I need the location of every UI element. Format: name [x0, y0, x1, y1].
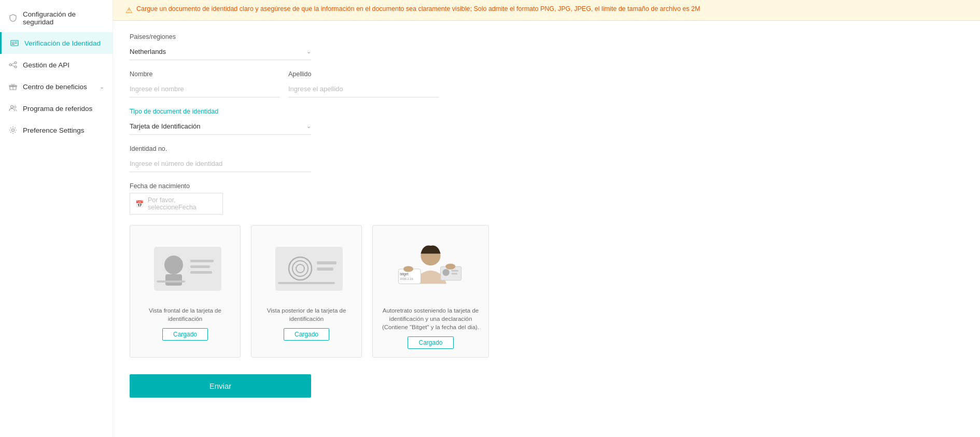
upload-cards: Vista frontal de la tarjeta de identific… — [130, 225, 439, 358]
name-row: Nombre Apellido — [130, 71, 439, 108]
warning-text: Cargue un documento de identidad claro y… — [136, 5, 700, 12]
upload-selfie-button[interactable]: Cargado — [408, 336, 453, 349]
svg-line-9 — [11, 65, 15, 67]
svg-rect-17 — [165, 274, 182, 286]
svg-rect-26 — [317, 261, 337, 264]
svg-rect-15 — [154, 247, 221, 291]
id-number-group: Identidad no. — [130, 145, 439, 172]
sidebar: Configuración de seguridad Verificación … — [0, 0, 113, 437]
main-content: ⚠ Cargue un documento de identidad claro… — [113, 0, 980, 437]
chevron-down-icon: ⌄ — [306, 123, 311, 130]
users-icon — [8, 104, 18, 113]
upload-card-front: Vista frontal de la tarjeta de identific… — [130, 225, 241, 358]
upload-card-back: Vista posterior de la tarjeta de identif… — [251, 225, 362, 358]
selfie-illustration: bitget 2020.2.23 — [381, 234, 480, 301]
api-icon — [8, 60, 18, 69]
selfie-caption: Autoretrato sosteniendo la tarjeta de id… — [381, 306, 480, 331]
country-group: Paises/regiones Netherlands ⌄ — [130, 33, 439, 60]
first-name-input[interactable] — [130, 81, 280, 97]
upload-back-button[interactable]: Cargado — [284, 328, 329, 341]
sidebar-item-preferences[interactable]: Preference Settings — [0, 119, 113, 141]
last-name-group: Apellido — [288, 71, 439, 97]
calendar-icon: 📅 — [135, 200, 144, 208]
sidebar-item-label: Centro de beneficios — [23, 83, 87, 91]
svg-rect-27 — [317, 267, 333, 271]
chevron-down-icon: ⌄ — [100, 83, 104, 90]
first-name-group: Nombre — [130, 71, 280, 97]
sidebar-item-label: Configuración de seguridad — [23, 10, 104, 26]
svg-point-14 — [12, 129, 15, 132]
settings-icon — [8, 125, 18, 135]
sidebar-item-benefits[interactable]: Centro de beneficios ⌄ — [0, 76, 113, 97]
sidebar-item-label: Programa de referidos — [23, 105, 92, 112]
sidebar-item-label: Verificación de Identidad — [24, 39, 101, 47]
id-number-input[interactable] — [130, 156, 311, 172]
svg-rect-20 — [190, 271, 212, 274]
front-id-caption: Vista frontal de la tarjeta de identific… — [138, 306, 232, 323]
svg-point-16 — [164, 256, 183, 274]
warning-icon: ⚠ — [125, 6, 132, 15]
sidebar-item-referrals[interactable]: Programa de referidos — [0, 97, 113, 119]
sidebar-item-api[interactable]: Gestión de API — [0, 54, 113, 76]
svg-point-37 — [403, 266, 413, 272]
id-type-select[interactable]: Tarjeta de Identificación ⌄ — [130, 118, 311, 135]
dob-group: Fecha de nacimiento 📅 Por favor, selecci… — [130, 182, 439, 215]
svg-point-13 — [14, 106, 16, 108]
dob-label: Fecha de nacimiento — [130, 182, 439, 190]
upload-card-selfie: bitget 2020.2.23 Autoretrato sosteniendo… — [372, 225, 489, 358]
svg-rect-36 — [452, 273, 457, 274]
first-name-label: Nombre — [130, 71, 280, 78]
country-value: Netherlands — [130, 48, 166, 55]
id-card-icon — [10, 38, 19, 48]
back-id-caption: Vista posterior de la tarjeta de identif… — [260, 306, 353, 323]
sidebar-item-label: Gestión de API — [23, 61, 69, 69]
sidebar-item-security[interactable]: Configuración de seguridad — [0, 4, 113, 32]
dob-placeholder: Por favor, seleccioneFecha — [148, 196, 217, 211]
svg-rect-19 — [190, 265, 210, 268]
gift-icon — [8, 82, 18, 91]
svg-rect-35 — [452, 270, 458, 271]
last-name-label: Apellido — [288, 71, 439, 78]
svg-point-12 — [11, 106, 13, 108]
country-select[interactable]: Netherlands ⌄ — [130, 44, 311, 60]
svg-point-5 — [9, 64, 11, 66]
form-content: Paises/regiones Netherlands ⌄ Nombre Ape… — [113, 21, 455, 410]
svg-line-8 — [11, 63, 15, 65]
svg-text:2020.2.23: 2020.2.23 — [400, 277, 413, 280]
back-id-illustration — [260, 234, 353, 301]
dob-picker[interactable]: 📅 Por favor, seleccioneFecha — [130, 193, 223, 215]
sidebar-item-label: Preference Settings — [23, 126, 85, 134]
svg-point-1 — [12, 42, 14, 44]
svg-point-34 — [442, 269, 449, 275]
last-name-input[interactable] — [288, 81, 439, 97]
sidebar-item-identity[interactable]: Verificación de Identidad — [0, 32, 113, 54]
svg-rect-21 — [157, 280, 185, 283]
svg-rect-28 — [278, 282, 335, 284]
id-type-label: Tipo de document de identidad — [130, 108, 439, 115]
shield-icon — [8, 13, 18, 23]
warning-banner: ⚠ Cargue un documento de identidad claro… — [113, 0, 980, 21]
id-number-label: Identidad no. — [130, 145, 439, 152]
id-type-group: Tipo de document de identidad Tarjeta de… — [130, 108, 439, 135]
svg-point-6 — [15, 62, 17, 64]
upload-front-button[interactable]: Cargado — [162, 328, 208, 341]
chevron-down-icon: ⌄ — [306, 48, 311, 55]
country-label: Paises/regiones — [130, 33, 439, 40]
svg-text:bitget: bitget — [400, 272, 408, 276]
id-type-value: Tarjeta de Identificación — [130, 122, 201, 130]
submit-button[interactable]: Enviar — [130, 374, 311, 398]
svg-rect-18 — [190, 260, 214, 262]
svg-point-7 — [15, 66, 17, 68]
svg-point-38 — [445, 263, 455, 269]
front-id-illustration — [138, 234, 232, 301]
